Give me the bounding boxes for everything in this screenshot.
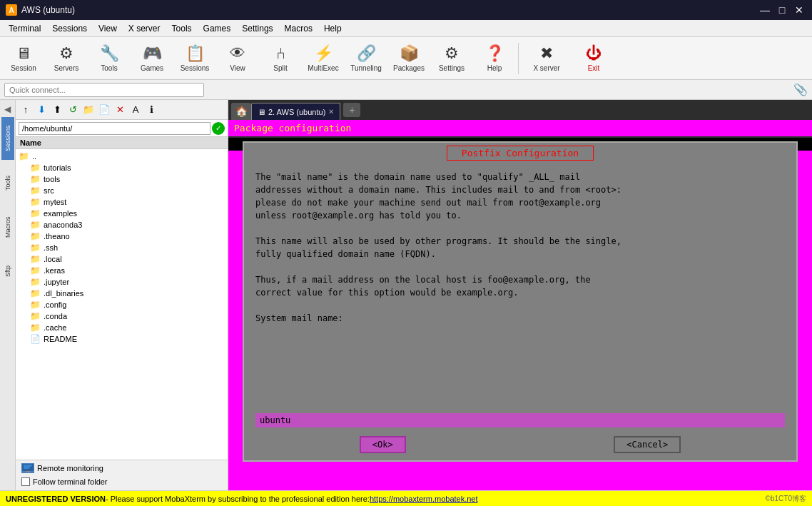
dialog-input-row: ubuntu (244, 410, 796, 430)
tree-item-theano[interactable]: 📁 .theano (16, 231, 228, 242)
fp-info-btn[interactable]: ℹ (144, 103, 158, 117)
close-button[interactable]: ✕ (792, 3, 806, 17)
dialog-cancel-btn[interactable]: <Cancel> (614, 436, 681, 453)
tab-aws-ubuntu[interactable]: 🖥 2. AWS (ubuntu) ✕ (251, 103, 340, 120)
menu-terminal[interactable]: Terminal (3, 22, 46, 35)
tree-item-tutorials[interactable]: 📁 tutorials (16, 162, 228, 173)
fp-folder-btn[interactable]: 📁 (81, 103, 96, 117)
menu-games[interactable]: Games (198, 22, 237, 35)
attach-icon[interactable]: 📎 (793, 83, 808, 96)
toolbar-xserver[interactable]: ✖ X server (522, 39, 572, 78)
toolbar-packages[interactable]: 📦 Packages (388, 39, 430, 78)
package-config-label: Package configuration (228, 120, 812, 136)
menu-tools[interactable]: Tools (166, 22, 198, 35)
menu-help[interactable]: Help (318, 22, 347, 35)
tree-item-examples[interactable]: 📁 examples (16, 208, 228, 219)
tree-item-conda[interactable]: 📁 .conda (16, 310, 228, 322)
fp-text-btn[interactable]: A (128, 103, 143, 117)
follow-terminal-checkbox[interactable] (21, 477, 30, 486)
terminal-content[interactable]: Package configuration Postfix Configurat… (228, 120, 812, 490)
fp-upload-btn[interactable]: ⬆ (50, 103, 64, 117)
toolbar-view[interactable]: 👁 View (217, 39, 258, 78)
system-mail-name-input[interactable]: ubuntu (255, 413, 785, 427)
menu-xserver[interactable]: X server (123, 22, 166, 35)
fp-refresh-btn[interactable]: ↺ (66, 103, 80, 117)
toolbar-sessions[interactable]: 📋 Sessions (174, 39, 215, 78)
toolbar-help[interactable]: ❓ Help (474, 39, 515, 78)
toolbar-settings[interactable]: ⚙ Settings (431, 39, 472, 78)
sidebar-item-sftp[interactable]: Sftp (1, 250, 14, 293)
tree-item-label: src (44, 186, 54, 195)
maximize-button[interactable]: □ (775, 3, 789, 17)
fp-delete-btn[interactable]: ✕ (113, 103, 127, 117)
folder-icon: 📁 (30, 265, 41, 275)
menu-sessions[interactable]: Sessions (46, 22, 93, 35)
settings-icon: ⚙ (445, 44, 459, 63)
dialog-ok-btn[interactable]: <Ok> (360, 436, 406, 453)
tree-item-dotdot[interactable]: 📁 .. (16, 151, 228, 162)
sidebar-item-macros[interactable]: Macros (1, 206, 14, 248)
tree-item-label: .keras (44, 266, 65, 275)
postfix-dialog: Postfix Configuration The "mail name" is… (243, 141, 798, 462)
title-bar-left: A AWS (ubuntu) (6, 4, 75, 16)
left-sidebar: ◀ Sessions Tools Macros Sftp (0, 100, 16, 490)
tab-add-btn[interactable]: + (343, 103, 360, 117)
toolbar-split[interactable]: ⑃ Split (260, 39, 301, 78)
minimize-button[interactable]: — (758, 3, 772, 17)
tree-item-src[interactable]: 📁 src (16, 185, 228, 196)
tab-close-btn[interactable]: ✕ (328, 108, 334, 116)
tree-item-tools[interactable]: 📁 tools (16, 173, 228, 185)
menu-settings[interactable]: Settings (236, 22, 278, 35)
folder-icon: 📁 (30, 288, 41, 298)
tree-item-dl-binaries[interactable]: 📁 .dl_binaries (16, 288, 228, 299)
sidebar-collapse-btn[interactable]: ◀ (3, 103, 12, 116)
toolbar-games[interactable]: 🎮 Games (131, 39, 173, 78)
menu-view[interactable]: View (93, 22, 123, 35)
tree-item-config[interactable]: 📁 .config (16, 299, 228, 310)
tree-item-keras[interactable]: 📁 .keras (16, 265, 228, 276)
tree-item-anaconda3[interactable]: 📁 anaconda3 (16, 219, 228, 231)
tab-home-btn[interactable]: 🏠 (231, 103, 251, 120)
sidebar-item-tools[interactable]: Tools (1, 161, 14, 204)
file-panel: ↑ ⬇ ⬆ ↺ 📁 📄 ✕ A ℹ ✓ Name 📁 .. 📁 (16, 100, 228, 490)
folder-icon: 📁 (30, 311, 41, 321)
fp-download-btn[interactable]: ⬇ (34, 103, 49, 117)
sidebar-item-sessions[interactable]: Sessions (1, 117, 14, 160)
toolbar-view-label: View (230, 64, 245, 72)
tree-item-mytest[interactable]: 📁 mytest (16, 196, 228, 208)
remote-monitor-btn[interactable]: Remote monitoring (19, 462, 225, 475)
tree-item-label: .jupyter (44, 278, 69, 286)
status-link[interactable]: https://mobaxterm.mobatek.net (370, 495, 478, 503)
toolbar-servers[interactable]: ⚙ Servers (46, 39, 87, 78)
toolbar-tunneling-label: Tunneling (350, 64, 382, 72)
quick-connect-input[interactable] (4, 83, 204, 97)
tree-item-jupyter[interactable]: 📁 .jupyter (16, 276, 228, 288)
folder-icon: 📁 (30, 197, 41, 207)
file-tree[interactable]: 📁 .. 📁 tutorials 📁 tools 📁 src 📁 (16, 149, 228, 460)
toolbar-session[interactable]: 🖥 Session (3, 39, 44, 78)
menu-macros[interactable]: Macros (279, 22, 318, 35)
dialog-title: Postfix Configuration (447, 146, 594, 161)
remote-monitor-icon (21, 463, 34, 473)
tree-item-readme[interactable]: 📄 README (16, 333, 228, 345)
path-ok-btn[interactable]: ✓ (212, 122, 225, 135)
packages-icon: 📦 (400, 44, 419, 63)
fp-new-file-btn[interactable]: 📄 (97, 103, 111, 117)
fp-up-btn[interactable]: ↑ (19, 103, 33, 117)
title-bar: A AWS (ubuntu) — □ ✕ (0, 0, 812, 20)
remote-monitor-label: Remote monitoring (37, 464, 103, 472)
terminal-area: 🏠 🖥 2. AWS (ubuntu) ✕ + Package configur… (228, 100, 812, 490)
toolbar-multiexec[interactable]: ⚡ MultiExec (303, 39, 344, 78)
tunneling-icon: 🔗 (357, 44, 376, 63)
tree-item-local[interactable]: 📁 .local (16, 253, 228, 265)
toolbar-tools[interactable]: 🔧 Tools (88, 39, 130, 78)
toolbar-sessions-label: Sessions (181, 64, 210, 72)
toolbar-tools-label: Tools (101, 64, 117, 72)
toolbar-exit[interactable]: ⏻ Exit (573, 39, 614, 78)
status-message: - Please support MobaXterm by subscribin… (106, 495, 370, 503)
tree-item-cache[interactable]: 📁 .cache (16, 322, 228, 333)
tree-item-ssh[interactable]: 📁 .ssh (16, 242, 228, 253)
toolbar-tunneling[interactable]: 🔗 Tunneling (345, 39, 387, 78)
path-input[interactable] (19, 122, 210, 135)
toolbar-split-label: Split (273, 64, 287, 72)
